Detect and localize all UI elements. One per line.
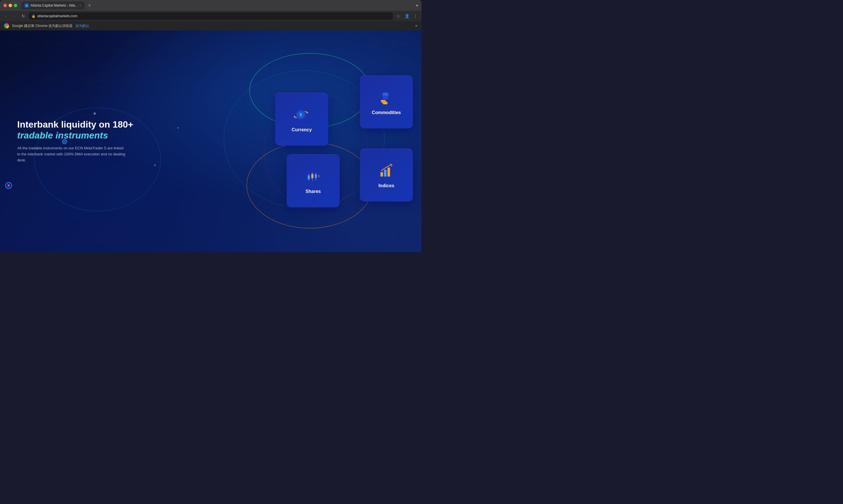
shares-card[interactable]: Shares — [287, 154, 340, 207]
commodities-label: Commodities — [372, 110, 401, 115]
menu-button[interactable]: ⋮ — [412, 14, 419, 18]
notification-link[interactable]: 设为默认 — [75, 23, 89, 29]
watermark-2: ↺ WINTIT — [43, 39, 70, 48]
bookmark-button[interactable]: ☆ — [395, 14, 401, 18]
headline-part2: tradable instruments — [17, 130, 108, 141]
description-text: All the tradable instruments on our ECN … — [17, 146, 126, 163]
url-text: atlantacapitalmarkets.com — [37, 14, 77, 18]
new-tab-button[interactable]: + — [86, 2, 93, 9]
svg-rect-17 — [383, 102, 388, 104]
lock-icon: 🔒 — [32, 14, 36, 18]
currency-label: Currency — [292, 127, 312, 132]
close-traffic-light[interactable] — [3, 4, 7, 7]
watermark-18: ↺ WINTIT — [389, 235, 416, 244]
left-section: Interbank liquidity on 180+ tradable ins… — [17, 119, 143, 163]
svg-rect-23 — [315, 174, 317, 178]
indices-card[interactable]: Indices — [360, 148, 413, 201]
address-bar[interactable]: 🔒 atlantacapitalmarkets.com — [29, 12, 393, 20]
svg-text:$: $ — [299, 112, 302, 117]
refresh-button[interactable]: ↻ — [20, 14, 27, 18]
currency-icon-wrapper: $ — [293, 106, 311, 124]
watermark-8: ↺ — [126, 76, 135, 85]
tab-favicon: A — [25, 3, 29, 7]
indices-label: Indices — [378, 183, 394, 188]
svg-rect-19 — [308, 176, 310, 179]
watermark-17: ↺ — [370, 39, 378, 48]
maximize-traffic-light[interactable] — [14, 4, 17, 7]
notification-message: Google 建议将 Chrome 设为默认浏览器 — [12, 23, 73, 29]
indices-icon — [378, 163, 395, 179]
main-content: ↺ WINTIT ↺ WINTIT ↺ ↺ WINTIT ↺ ↺ WINTIT … — [0, 30, 422, 252]
indices-icon-wrapper — [377, 161, 396, 180]
currency-card[interactable]: $ Currency — [275, 93, 328, 146]
traffic-lights — [3, 4, 17, 7]
currency-icon: $ — [294, 107, 310, 123]
watermark-16: ↺ WINTIT — [389, 39, 416, 48]
tab-title: Atlanta Capital Markets - Atla... — [30, 3, 78, 7]
watermark-15: ↺ WINTIT — [169, 113, 196, 122]
watermark-13: ↺ WINTIT — [169, 39, 196, 48]
svg-rect-27 — [384, 170, 386, 177]
commodities-icon — [378, 89, 395, 106]
watermark-7: ↺ WINTIT — [86, 76, 113, 85]
svg-rect-26 — [380, 172, 383, 177]
svg-rect-21 — [311, 174, 313, 178]
tabs-chevron-icon[interactable]: ▾ — [416, 3, 418, 8]
back-button[interactable]: ‹ — [3, 14, 9, 18]
commodities-card[interactable]: Commodities — [360, 75, 413, 128]
svg-rect-28 — [388, 168, 390, 177]
watermark-9: ↺ — [6, 113, 14, 122]
tab-bar: A Atlanta Capital Markets - Atla... × + — [21, 1, 414, 10]
watermark-1: ↺ WINTIT — [6, 39, 32, 48]
notification-close-button[interactable]: × — [415, 23, 417, 28]
shares-icon-wrapper — [304, 167, 323, 185]
tab-close-button[interactable]: × — [80, 4, 81, 7]
watermark-14: ↺ — [169, 76, 178, 85]
cards-section: $ Currency — [264, 75, 413, 207]
headline-part1: Interbank liquidity on 180+ — [17, 119, 134, 130]
watermark-4: ↺ WINTIT — [126, 39, 153, 48]
commodities-icon-wrapper — [377, 88, 396, 107]
shares-icon — [305, 168, 321, 184]
address-bar-row: ‹ › ↻ 🔒 atlantacapitalmarkets.com ☆ 👤 ⋮ — [0, 11, 422, 21]
headline: Interbank liquidity on 180+ tradable ins… — [17, 119, 143, 141]
profile-button[interactable]: 👤 — [404, 14, 410, 18]
globe-dot-inner — [7, 184, 10, 187]
chrome-icon — [4, 23, 9, 29]
watermark-3: ↺ — [86, 39, 95, 48]
minimize-traffic-light[interactable] — [8, 4, 12, 7]
globe-dot — [5, 182, 12, 189]
watermark-6: ↺ WINTIT — [43, 76, 70, 85]
forward-button[interactable]: › — [12, 14, 18, 18]
shares-label: Shares — [306, 189, 321, 194]
notification-bar: Google 建议将 Chrome 设为默认浏览器 设为默认 × — [0, 21, 422, 30]
active-tab[interactable]: A Atlanta Capital Markets - Atla... × — [21, 1, 85, 10]
watermark-5: ↺ — [6, 76, 14, 85]
